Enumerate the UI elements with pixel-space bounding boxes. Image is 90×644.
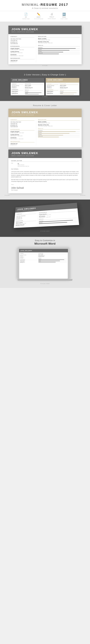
section-two-color: 2 Color Version ( Easy to Change Color )… (0, 70, 90, 101)
mini-card-dark: JOHN SMILEMEK Web & Graphics Designer CO… (11, 78, 44, 96)
cover-body-text-2: Nam liber tempor cum soluta nobis eligen… (11, 179, 79, 182)
mini-card-dark-header: JOHN SMILEMEK Web & Graphics Designer (11, 78, 44, 83)
screen-resume-title: Web & Graphics Designer (20, 251, 67, 252)
section-msword: Easy to Customize in Microsoft Word JOHN… (0, 237, 90, 288)
watermark-1: ⊕ envato (5, 64, 85, 67)
skill-htmlcss: HTML/CSS (38, 52, 80, 54)
skill-tan-photoshop: Photoshop (38, 130, 80, 132)
mini-card-dark-title: Web & Graphics Designer (12, 81, 43, 82)
mini-card-tan-body: CONTACT John Stacy, Fake Street 1234 Fak… (46, 83, 79, 96)
watermark-6: ⊕ envato market (5, 282, 85, 285)
tilted-preview-wrapper: JOHN SMILEMEK Web & Graphics Designer CO… (5, 202, 85, 230)
mini-card-dark-name: JOHN SMILEMEK (12, 79, 43, 81)
badge-a4-label: A4 (25, 16, 27, 18)
tilted-left: CONTACT John Stacy, Fake Street1234 Fake… (14, 212, 37, 226)
badge-font-sub: FONT USED (61, 18, 68, 20)
skill-tan-illustrator: Illustrator (38, 132, 80, 134)
experience-section-title: EXPERIENCE (11, 46, 34, 47)
edu-item-2-degree: Bachelor of Fine Arts (38, 41, 80, 42)
cover-to-address: 1234 Fake Street, Fake City (18, 166, 29, 167)
badge-print: 🖨 FULLY PRINT READY (48, 12, 56, 20)
header-banner: MINIMAL-RESUME 2017 A Clean & minimal re… (0, 0, 90, 11)
contact-section-title: CONTACT (11, 36, 34, 38)
watermark-3: ⊕ envato (5, 194, 10, 196)
exp-item-2-company: ABC Solutions — 2012–2014 (11, 52, 34, 54)
laptop-mockup: JOHN SMILEMEK Web & Graphics Designer CO… (5, 248, 85, 281)
a4-icon: 📄 (24, 12, 28, 16)
mini-tan-right: EDUCATION Master on Media Some Universit… (59, 84, 79, 94)
watermarks-row: ⊕ envato ⊕ envato (5, 194, 85, 196)
exp-item-3-company: Storm Group Ltd — 2010–2012 (11, 55, 34, 56)
skills-section-title: SKILLS (38, 45, 80, 46)
cover-body: COVER LETTER Date To Oliver Smilemek 123… (8, 158, 82, 193)
mini-card-tan: JOHN SMILEMEK Web & Graphics Designer CO… (46, 78, 79, 96)
contact-line-4: 0100 00000 000 (11, 43, 34, 44)
mini-card-tan-header: JOHN SMILEMEK Web & Graphics Designer (46, 78, 79, 83)
contact-line-2: 1234 Fake City (11, 40, 34, 41)
skill-indesign: InDesign (38, 51, 80, 52)
skill-tan-indesign: InDesign (38, 134, 80, 136)
contact-line-1: John Stacy, Fake Street (11, 38, 34, 40)
cover-section-title: COVER LETTER (11, 160, 79, 162)
cover-name: JOHN SMILEMEK (12, 152, 78, 155)
ref-info: john@doe.com (11, 61, 34, 62)
resume-right-col: EDUCATION Master on Media Some Universit… (36, 36, 82, 62)
font-icon: 🔤 (62, 12, 66, 16)
section-coverletter-label: Resume & Cover Letter (5, 104, 85, 106)
references-section-title: REFERENCES (11, 58, 34, 59)
tilted-right: EXPERIENCE Creative Direction Graphic De… (37, 210, 79, 225)
badge-easy-sub: TO CUSTOMIZE (34, 18, 43, 20)
badge-easy: ✏️ EASY TO CUSTOMIZE (34, 12, 43, 20)
badge-easy-label: EASY (37, 16, 40, 18)
resume-title-sub: Web & Graphics Designer (12, 31, 78, 32)
exp-item-2-role: Creative Director (11, 51, 34, 52)
screen-content: JOHN SMILEMEK Web & Graphics Designer CO… (19, 249, 68, 279)
resume-tan-body: CONTACT John Stacy, Fake Street 1234 Fak… (8, 117, 82, 148)
mini-dark-right: EDUCATION Master on Media Some Universit… (24, 84, 44, 94)
exp-item-1-company: Creative Direction — 2014–2016 (11, 49, 34, 50)
skill-photoshop: Photoshop (38, 47, 80, 49)
section-two-color-label: 2 Color Version ( Easy to Change Color ) (5, 74, 85, 76)
msword-label: Easy to Customize in (5, 239, 85, 242)
resume-tan-left: CONTACT John Stacy, Fake Street 1234 Fak… (8, 119, 36, 146)
header-subtitle: A Clean & minimal resume/cv (3, 7, 87, 9)
edu-item-1-degree: Master on Media (38, 38, 80, 39)
cover-signature: John Salinak (11, 186, 79, 189)
edu-item-2-school: Some Other University · 2008–2010 (38, 42, 80, 44)
tilted-card: JOHN SMILEMEK Web & Graphics Designer CO… (14, 203, 79, 228)
cover-sig-name: Web Designer (11, 190, 79, 190)
ref-name: John Doe Ltd (11, 60, 34, 61)
cover-body-text: Lorem ipsum dolor sit amet, consectetuer… (11, 171, 79, 178)
laptop-outer: JOHN SMILEMEK Web & Graphics Designer CO… (18, 248, 69, 279)
exp-item-1-role: Graphic Designer (11, 48, 34, 49)
mini-card-tan-name: JOHN SMILEMEK (47, 79, 78, 81)
badge-a4: 📄 A4 PAPER SIZE (22, 12, 30, 20)
resume-body: CONTACT John Stacy, Fake Street 1234 Fak… (8, 34, 82, 64)
section-main-resume: JOHN SMILEMEK Web & Graphics Designer CO… (0, 22, 90, 70)
badge-font: 🔤 FREE FONT USED (61, 12, 68, 20)
resume-header-bar: JOHN SMILEMEK Web & Graphics Designer (8, 26, 82, 34)
exp-item-3-role: Art Director (11, 54, 34, 55)
watermark-4: ⊕ envato (80, 194, 85, 196)
badges-row: 📄 A4 PAPER SIZE ✏️ EASY TO CUSTOMIZE 🖨 F… (0, 11, 90, 22)
cover-title: Web & Graphics Designer (12, 155, 78, 156)
screen-resume-name: JOHN SMILEMEK (20, 250, 67, 251)
contact-line-3: john@fake.com (11, 42, 34, 43)
mini-card-dark-body: CONTACT John Stacy, Fake Street 1234 Fak… (11, 83, 44, 96)
badge-a4-sub: PAPER SIZE (22, 18, 30, 20)
cover-to-label: To (18, 163, 29, 164)
watermark-2: ⊕ envato (5, 96, 85, 98)
laptop-screen: JOHN SMILEMEK Web & Graphics Designer CO… (19, 249, 68, 279)
resume-tan-right: EDUCATION Master on Media Some Universit… (36, 119, 82, 146)
easy-icon: ✏️ (37, 12, 40, 16)
laptop-base (18, 279, 72, 281)
badge-print-sub: PRINT READY (48, 18, 56, 20)
section-resume-coverletter: Resume & Cover Letter JOHN SMILEMEK Web … (0, 101, 90, 200)
edu-item-1-school: Some University · 2010–2012 (38, 39, 80, 41)
msword-label-bold: Microsoft Word (5, 242, 85, 245)
cover-header-bar: JOHN SMILEMEK Web & Graphics Designer (8, 150, 82, 158)
mini-dark-left: CONTACT John Stacy, Fake Street 1234 Fak… (11, 84, 24, 94)
watermark-5: ⊕ envato market (5, 230, 85, 232)
resume-name: JOHN SMILEMEK (12, 28, 78, 31)
cover-closing: Thank (11, 184, 79, 185)
